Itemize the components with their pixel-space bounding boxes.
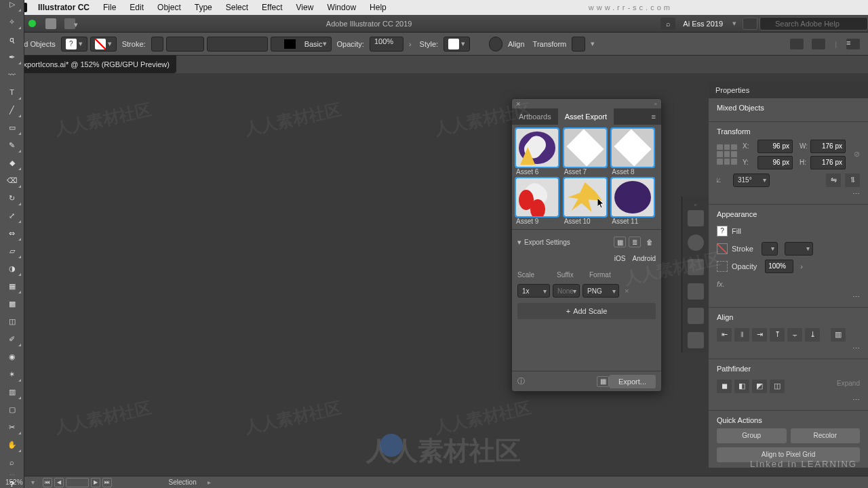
- caret-down-icon[interactable]: ▾: [517, 238, 524, 247]
- align-left-icon[interactable]: ⇤: [717, 328, 732, 342]
- fx-icon[interactable]: fx.: [717, 280, 725, 288]
- platform-android[interactable]: Android: [633, 255, 656, 262]
- document-tab[interactable]: × exportIcons.ai* @ 152% (RGB/GPU Previe…: [4, 56, 176, 73]
- last-artboard-icon[interactable]: ⏭: [102, 478, 112, 487]
- fill-swatch-prop[interactable]: ?: [717, 226, 728, 237]
- shaper-tool[interactable]: ◆: [3, 155, 22, 171]
- scale-tool[interactable]: ⤢: [3, 207, 22, 224]
- home-icon[interactable]: [45, 18, 56, 29]
- titlebar-button-1[interactable]: [743, 18, 757, 30]
- rotate-tool[interactable]: ↻: [3, 190, 22, 206]
- lasso-tool[interactable]: ɋ: [3, 31, 22, 47]
- menu-view[interactable]: View: [290, 3, 321, 12]
- align-bottom-icon[interactable]: ⤓: [805, 328, 820, 342]
- paintbrush-tool[interactable]: ✎: [3, 137, 22, 153]
- pf-unite-icon[interactable]: ◼: [717, 380, 732, 393]
- slice-tool[interactable]: ✂: [3, 419, 22, 435]
- snap-icon[interactable]: [811, 38, 826, 50]
- pf-intersect-icon[interactable]: ◩: [752, 380, 767, 393]
- asset-export-panel[interactable]: ×« Artboards Asset Export ≡ Asset 6 Asse…: [511, 98, 662, 392]
- artboard-tool[interactable]: ▢: [3, 401, 22, 418]
- tab-asset-export[interactable]: Asset Export: [558, 108, 614, 125]
- format-dropdown[interactable]: PNG: [583, 284, 619, 298]
- menu-edit[interactable]: Edit: [123, 3, 151, 12]
- align-vcenter-icon[interactable]: ⫟: [787, 328, 802, 342]
- grid-icon[interactable]: ▦: [614, 237, 626, 247]
- fill-swatch[interactable]: ?▾: [61, 37, 87, 52]
- artboard-nav-field[interactable]: [66, 478, 89, 487]
- grid-view-icon[interactable]: [789, 38, 804, 50]
- transform-y-input[interactable]: [757, 156, 793, 169]
- prev-artboard-icon[interactable]: ◀: [54, 478, 64, 487]
- panel-menu-icon[interactable]: ≡: [646, 113, 661, 121]
- curvature-tool[interactable]: 〰: [3, 66, 22, 83]
- asset-export-panel-icon[interactable]: [688, 259, 704, 275]
- search-icon[interactable]: ⌕: [660, 18, 675, 30]
- pen-tool[interactable]: ✒: [3, 49, 22, 65]
- pf-exclude-icon[interactable]: ◫: [770, 380, 785, 393]
- rectangle-tool[interactable]: ▭: [3, 119, 22, 136]
- graphic-style[interactable]: ▾: [443, 37, 470, 52]
- toggle-fill-stroke[interactable]: ?: [3, 476, 22, 488]
- zoom-window-button[interactable]: [28, 20, 36, 27]
- chevron-down-icon[interactable]: ▾: [588, 39, 597, 48]
- cc-libraries-icon[interactable]: [688, 235, 704, 251]
- transform-link[interactable]: Transform: [530, 40, 570, 48]
- align-to-icon[interactable]: ▥: [831, 328, 846, 342]
- menu-type[interactable]: Type: [188, 3, 219, 12]
- delete-icon[interactable]: 🗑: [644, 237, 656, 247]
- transform-w-input[interactable]: [810, 140, 846, 153]
- asset-thumb-9[interactable]: [516, 178, 558, 216]
- pf-minus-icon[interactable]: ◧: [734, 380, 749, 393]
- panel-collapse-icon[interactable]: «: [654, 101, 657, 107]
- panel-menu-icon[interactable]: ≡: [846, 38, 861, 50]
- asset-thumb-7[interactable]: [564, 129, 606, 167]
- more-panel-icon[interactable]: [688, 332, 704, 348]
- menu-app[interactable]: Illustrator CC: [31, 3, 96, 12]
- workspace-switcher[interactable]: Ai Ess 2019: [677, 20, 728, 28]
- align-hcenter-icon[interactable]: ⫴: [734, 328, 749, 342]
- remove-scale-icon[interactable]: ×: [622, 287, 629, 295]
- asset-thumb-8[interactable]: [612, 129, 654, 167]
- eyedropper-tool[interactable]: ✐: [3, 331, 22, 347]
- arrange-documents-icon[interactable]: ▾: [64, 18, 75, 29]
- opacity-chevron-icon[interactable]: ›: [406, 40, 414, 48]
- stroke-swatch[interactable]: ▾: [90, 37, 117, 52]
- asset-thumb-11[interactable]: [612, 178, 654, 216]
- stroke-weight-stepper-prop[interactable]: [762, 242, 778, 256]
- align-right-icon[interactable]: ⇥: [752, 328, 767, 342]
- brush-definition[interactable]: Basic▾: [271, 37, 332, 52]
- tab-artboards[interactable]: Artboards: [512, 108, 558, 125]
- properties-tab[interactable]: Properties: [709, 82, 868, 98]
- list-icon[interactable]: ≣: [629, 237, 641, 247]
- menu-window[interactable]: Window: [320, 3, 363, 12]
- pf-more-icon[interactable]: ⋯: [717, 396, 860, 405]
- width-tool[interactable]: ⇔: [3, 225, 22, 241]
- type-tool[interactable]: T: [3, 84, 22, 100]
- export-button[interactable]: Export...: [609, 375, 656, 388]
- zoom-chevron-icon[interactable]: ▾: [31, 479, 35, 486]
- status-chevron-icon[interactable]: ▸: [205, 479, 211, 486]
- perspective-tool[interactable]: ▦: [3, 278, 22, 294]
- menu-select[interactable]: Select: [219, 3, 255, 12]
- info-icon[interactable]: ⓘ: [517, 376, 525, 386]
- stroke-weight-stepper[interactable]: [151, 37, 163, 52]
- opacity-input-prop[interactable]: [765, 260, 793, 273]
- magic-wand-tool[interactable]: ✧: [3, 14, 22, 30]
- next-artboard-icon[interactable]: ▶: [91, 478, 100, 487]
- zoom-tool[interactable]: ⌕: [3, 454, 22, 470]
- qa-group-button[interactable]: Group: [717, 428, 787, 443]
- link-wh-icon[interactable]: ⊘: [854, 150, 860, 159]
- appearance-more-icon[interactable]: ⋯: [717, 293, 860, 302]
- free-transform-tool[interactable]: ▱: [3, 243, 22, 259]
- stroke-weight-dropdown[interactable]: [166, 37, 204, 52]
- chevron-down-icon[interactable]: ▾: [728, 19, 741, 28]
- symbol-tool[interactable]: ✶: [3, 366, 22, 382]
- opacity-field[interactable]: 100%: [370, 37, 403, 52]
- hand-tool[interactable]: ✋: [3, 436, 22, 453]
- menu-object[interactable]: Object: [151, 3, 188, 12]
- flip-v-icon[interactable]: ⥮: [845, 174, 860, 187]
- stroke-weight-drop-prop[interactable]: [785, 242, 813, 256]
- panel-close-icon[interactable]: ×: [516, 100, 520, 108]
- preview-icon[interactable]: ▦: [597, 376, 609, 387]
